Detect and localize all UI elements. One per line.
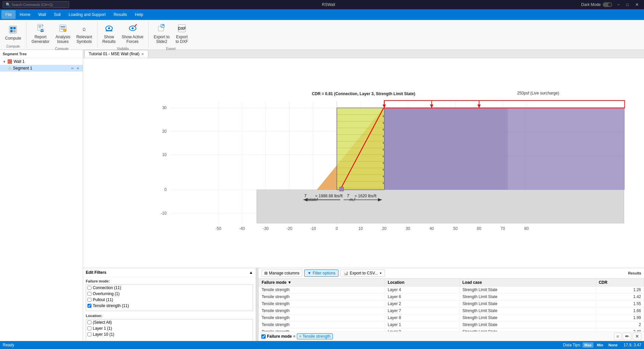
menu-wall[interactable]: Wall	[34, 10, 50, 19]
svg-text:250psf (Live surcharge): 250psf (Live surcharge)	[517, 91, 559, 95]
table-row[interactable]: Tensile strength Layer 7 Strength Limit …	[259, 307, 644, 314]
table-row[interactable]: Tensile strength Layer 4 Strength Limit …	[259, 286, 644, 293]
cell-location: Layer 1	[385, 321, 460, 328]
filter-layer10-label: Layer 10 (1)	[93, 332, 114, 337]
table-row[interactable]: Tensile strength Layer 8 Strength Limit …	[259, 314, 644, 321]
tree-item-wall1[interactable]: ▼ 🧱 Wall 1	[0, 58, 83, 65]
svg-text:-30: -30	[263, 226, 269, 231]
compute-group-label: Compute	[6, 43, 20, 48]
tree-delete-btn[interactable]: ✕	[75, 66, 80, 71]
table-edit-btn[interactable]: ✏	[623, 333, 631, 340]
failure-mode-filter-list[interactable]: Connection (11) Overturning (1) Pullout …	[86, 284, 253, 311]
export-dxf-button[interactable]: DXF Export to DXF	[173, 21, 190, 46]
relevant-symbols-button[interactable]: Ω Relevant Symbols	[74, 21, 94, 46]
filter-pullout[interactable]: Pullout (11)	[86, 297, 253, 303]
report-generator-button[interactable]: ⚙ Report Generator	[29, 21, 52, 46]
table-close-btn[interactable]: ✕	[633, 333, 641, 340]
export-csv-label: Export to CSV...	[350, 271, 378, 275]
manage-columns-button[interactable]: ⊞ Manage columns	[261, 269, 302, 277]
report-icon: ⚙	[35, 23, 46, 34]
svg-text:-50: -50	[215, 226, 221, 231]
svg-rect-2	[13, 27, 16, 29]
filter-panel: Edit Filters ▲ Failure mode: Connection …	[83, 268, 256, 341]
manage-columns-label: Manage columns	[269, 271, 299, 275]
ribbon-compute-group: Compute Compute	[0, 21, 27, 48]
table-row[interactable]: Tensile strength Layer 2 Strength Limit …	[259, 300, 644, 307]
close-button[interactable]: ✕	[633, 2, 641, 8]
location-filter-list[interactable]: (Select All) Layer 1 (1) Layer 10 (1)	[86, 319, 253, 341]
cell-failure-mode: Tensile strength	[259, 321, 385, 328]
show-results-button[interactable]: Show Results	[100, 21, 118, 46]
warning-icon: ⚠	[8, 66, 12, 71]
tree-item-segment1[interactable]: ⚠ Segment 1 ✏ ✕	[0, 65, 83, 72]
table-row[interactable]: Tensile strength Layer 6 Strength Limit …	[259, 293, 644, 300]
maximize-button[interactable]: □	[624, 2, 631, 8]
col-failure-mode[interactable]: Failure mode ▼	[259, 279, 385, 286]
svg-point-119	[383, 169, 385, 171]
tip-max-button[interactable]: Max	[582, 342, 593, 348]
filter-select-all[interactable]: (Select All)	[86, 319, 253, 325]
analysis-issues-button[interactable]: ! Analysis Issues	[53, 21, 73, 46]
table-row[interactable]: Tensile strength Layer 1 Strength Limit …	[259, 321, 644, 328]
export-csv-button[interactable]: 📊 Export to CSV... ▼	[340, 269, 385, 277]
menu-loading[interactable]: Loading and Support	[64, 10, 109, 19]
table-row[interactable]: Tensile strength Layer 9 Strength Limit …	[259, 328, 644, 332]
menu-results[interactable]: Results	[110, 10, 131, 19]
filter-tensile-strength[interactable]: Tensile strength (11)	[86, 303, 253, 309]
export-slide2-button[interactable]: ↗ Export to Slide2	[151, 21, 172, 46]
chart-area[interactable]: CDR = 0.81 (Connection, Layer 3, Strengt…	[83, 58, 644, 268]
menu-help[interactable]: Help	[131, 10, 147, 19]
cell-location: Layer 4	[385, 286, 460, 293]
symbols-label: Relevant Symbols	[76, 35, 92, 44]
menu-file[interactable]: File	[1, 10, 16, 19]
results-table[interactable]: Failure mode ▼ Location Load case CDR Te…	[259, 278, 644, 331]
tip-min-button[interactable]: Min	[595, 342, 605, 348]
filter-collapse-btn[interactable]: ▲	[249, 270, 253, 275]
tab-tutorial01[interactable]: Tutorial 01 - MSE Wall (final) ✕	[84, 50, 148, 58]
svg-point-111	[383, 115, 385, 117]
export-csv-dropdown[interactable]: ▼	[379, 272, 382, 275]
col-location[interactable]: Location	[385, 279, 460, 286]
filter-pullout-checkbox[interactable]	[87, 298, 91, 302]
search-input[interactable]: 🔍 Search Commands (Ctrl+Q)	[3, 1, 69, 8]
chart-svg: CDR = 0.81 (Connection, Layer 3, Strengt…	[83, 58, 644, 268]
show-results-label: Show Results	[102, 35, 116, 44]
filter-layer1[interactable]: Layer 1 (1)	[86, 325, 253, 331]
sidebar: Segment Tree ▼ 🧱 Wall 1 ⚠ Segment 1 ✏ ✕	[0, 50, 83, 341]
filter-connection-checkbox[interactable]	[87, 286, 91, 290]
minimize-button[interactable]: −	[615, 2, 622, 8]
tip-none-button[interactable]: None	[606, 342, 620, 348]
filter-connection[interactable]: Connection (11)	[86, 285, 253, 291]
tab-bar: Tutorial 01 - MSE Wall (final) ✕	[83, 50, 644, 58]
cell-cdr: 2	[596, 321, 644, 328]
svg-point-121	[383, 182, 385, 184]
work-area: CDR = 0.81 (Connection, Layer 3, Strengt…	[83, 58, 644, 341]
compute-button[interactable]: Compute	[3, 23, 24, 42]
col-cdr[interactable]: CDR	[596, 279, 644, 286]
filter-tensile-checkbox[interactable]	[87, 304, 91, 308]
tab-close-button[interactable]: ✕	[141, 52, 144, 56]
dark-mode-toggle-switch[interactable]	[603, 2, 612, 7]
col-load-case[interactable]: Load case	[459, 279, 596, 286]
filter-overturning[interactable]: Overturning (1)	[86, 291, 253, 297]
show-active-forces-button[interactable]: Show Active Forces	[119, 21, 146, 46]
filter-options-button[interactable]: ▼ Filter options	[304, 269, 338, 277]
resize-handle[interactable]: ⋮	[256, 268, 259, 341]
filter-layer1-checkbox[interactable]	[87, 326, 91, 330]
filter-layer10-checkbox[interactable]	[87, 332, 91, 336]
filter-select-all-checkbox[interactable]	[87, 320, 91, 324]
dark-mode-toggle[interactable]: Dark Mode	[581, 2, 612, 7]
analysis-label: Analysis Issues	[56, 35, 70, 44]
tab-label: Tutorial 01 - MSE Wall (final)	[89, 52, 139, 56]
ribbon-export-group: ↗ Export to Slide2 DXF Export to DXF Exp…	[149, 21, 193, 48]
tree-edit-btn[interactable]: ✏	[70, 66, 75, 71]
filter-layer1-label: Layer 1 (1)	[93, 326, 112, 331]
tree-actions: ✏ ✕	[70, 66, 80, 71]
table-settings-btn[interactable]: ≡	[614, 333, 621, 340]
menu-home[interactable]: Home	[16, 10, 34, 19]
menu-soil[interactable]: Soil	[50, 10, 64, 19]
filter-tag-checkbox[interactable]	[261, 334, 266, 339]
tree-chevron-wall1: ▼	[3, 60, 6, 64]
filter-layer10[interactable]: Layer 10 (1)	[86, 331, 253, 337]
filter-overturning-checkbox[interactable]	[87, 292, 91, 296]
